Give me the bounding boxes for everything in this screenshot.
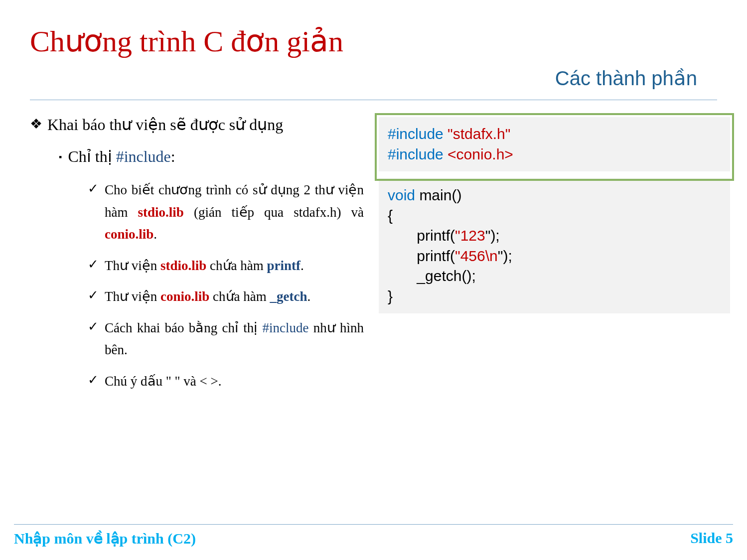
code-l2a: #include	[388, 146, 448, 162]
code-l1a: #include	[388, 126, 448, 142]
footer-right: Slide 5	[690, 530, 733, 547]
slide-title: Chương trình C đơn giản	[30, 25, 717, 58]
c4p1: Cách khai báo bằng chỉ thị	[105, 320, 262, 335]
check-text-5: Chú ý dấu " " và < >.	[105, 370, 364, 393]
code-container: #include "stdafx.h" #include <conio.h> v…	[379, 117, 730, 313]
sub-suffix: :	[171, 147, 175, 165]
code-l5c: ");	[485, 227, 500, 244]
check-text-1: Cho biết chương trình có sử dụng 2 thư v…	[105, 179, 364, 246]
c3k2: _getch	[270, 289, 307, 304]
c3k1: conio.lib	[160, 289, 209, 304]
code-l6c: ");	[498, 248, 512, 264]
check-text-4: Cách khai báo bằng chỉ thị #include như …	[105, 317, 364, 361]
code-l3b: main()	[415, 187, 461, 203]
check-icon: ✓	[88, 317, 99, 336]
code-l3a: void	[388, 187, 415, 203]
c3p1: Thư viện	[105, 289, 160, 304]
square-icon: ▪	[59, 147, 62, 167]
sub-keyword: #include	[116, 147, 171, 165]
check-text-3: Thư viện conio.lib chứa hàm _getch.	[105, 285, 364, 308]
bullet-main-text: Khai báo thư viện sẽ được sử dụng	[47, 115, 283, 134]
code-l8: }	[388, 288, 393, 304]
c2k2: printf	[267, 258, 301, 273]
check-icon: ✓	[88, 255, 99, 274]
c4k1: #include	[262, 320, 308, 335]
footer-left: Nhập môn về lập trình (C2)	[14, 530, 196, 547]
c1p3: .	[153, 227, 157, 242]
footer-row: Nhập môn về lập trình (C2) Slide 5	[14, 530, 733, 547]
c2p2: chứa hàm	[206, 258, 267, 273]
left-column: ❖ Khai báo thư viện sẽ được sử dụng ▪ Ch…	[30, 115, 364, 401]
bullet-sub: ▪ Chỉ thị #include:	[59, 147, 364, 167]
check-icon: ✓	[88, 179, 99, 198]
code-l4: {	[388, 207, 393, 224]
sub-prefix: Chỉ thị	[68, 147, 116, 165]
check-item-1: ✓ Cho biết chương trình có sử dụng 2 thư…	[88, 179, 364, 246]
code-l5a: printf(	[388, 227, 455, 244]
code-gap	[379, 171, 730, 178]
c1k1: stdio.lib	[138, 205, 184, 220]
check-item-2: ✓ Thư viện stdio.lib chứa hàm printf.	[88, 255, 364, 277]
code-l7: _getch();	[388, 268, 476, 284]
c2p1: Thư viện	[105, 258, 160, 273]
slide-subtitle: Các thành phần	[30, 67, 717, 90]
bullet-sub-text: Chỉ thị #include:	[68, 147, 175, 166]
footer: Nhập môn về lập trình (C2) Slide 5	[0, 524, 747, 547]
c2k1: stdio.lib	[160, 258, 206, 273]
code-box-top: #include "stdafx.h" #include <conio.h>	[379, 117, 730, 171]
check-text-2: Thư viện stdio.lib chứa hàm printf.	[105, 255, 364, 277]
code-box-bottom: void main() { printf("123"); printf("456…	[379, 178, 730, 313]
c2p3: .	[300, 258, 304, 273]
content-area: ❖ Khai báo thư viện sẽ được sử dụng ▪ Ch…	[30, 115, 717, 401]
code-l6b: "456\n	[455, 248, 498, 264]
right-column: #include "stdafx.h" #include <conio.h> v…	[379, 115, 730, 401]
check-item-4: ✓ Cách khai báo bằng chỉ thị #include nh…	[88, 317, 364, 361]
code-l5b: "123	[455, 227, 485, 244]
code-l6a: printf(	[388, 248, 455, 264]
bullet-main: ❖ Khai báo thư viện sẽ được sử dụng	[30, 115, 364, 134]
check-item-3: ✓ Thư viện conio.lib chứa hàm _getch.	[88, 285, 364, 308]
c1k2: conio.lib	[105, 227, 153, 242]
diamond-icon: ❖	[30, 115, 42, 133]
divider-top	[30, 100, 717, 100]
divider-bottom	[14, 524, 733, 525]
check-icon: ✓	[88, 285, 99, 305]
code-l1b: "stdafx.h"	[448, 126, 510, 142]
code-l2b: <conio.h>	[448, 146, 513, 162]
c3p2: chứa hàm	[209, 289, 270, 304]
c1p2: (gián tiếp qua stdafx.h) và	[184, 205, 364, 220]
check-icon: ✓	[88, 370, 99, 390]
c3p3: .	[307, 289, 310, 304]
check-item-5: ✓ Chú ý dấu " " và < >.	[88, 370, 364, 393]
